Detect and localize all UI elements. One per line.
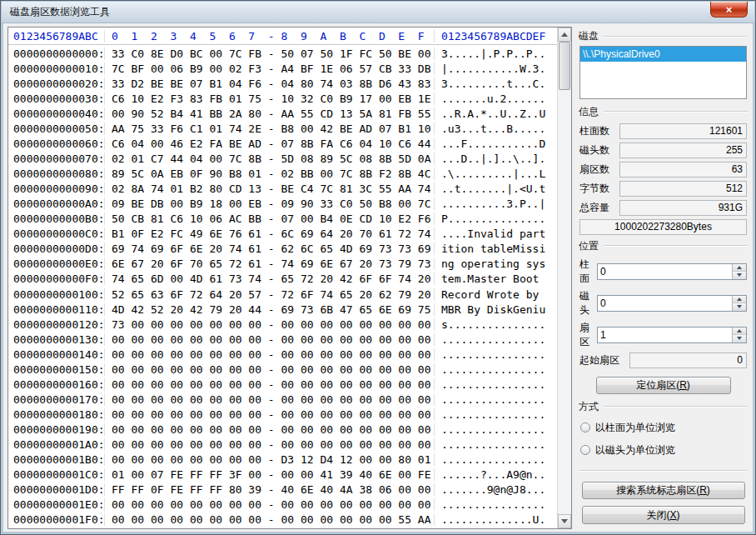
hex-row[interactable]: 0000000000070: 02 01 C7 44 04 00 7C 8B -… <box>8 151 557 166</box>
scrollbar-track[interactable] <box>558 42 571 514</box>
hex-row[interactable]: 00000000001E0: 00 00 00 00 00 00 00 00 -… <box>8 498 557 512</box>
close-button[interactable]: × <box>710 2 748 18</box>
hex-row[interactable]: 0000000000140: 00 00 00 00 00 00 00 00 -… <box>8 347 557 362</box>
hex-row[interactable]: 00000000000F0: 74 65 6D 00 4D 61 73 74 -… <box>8 272 557 287</box>
hex-row-offset: 0000000000010: <box>8 62 105 75</box>
hex-row-ascii: |...........W.3. <box>435 62 557 75</box>
hex-row[interactable]: 0000000000080: 89 5C 0A EB 0F 90 B8 01 -… <box>8 167 557 182</box>
cylinder-input[interactable] <box>598 264 732 279</box>
hex-row-bytes: 00 00 00 00 00 00 00 00 - 00 00 00 00 00… <box>105 393 435 406</box>
hex-row[interactable]: 00000000001F0: 00 00 00 00 00 00 00 00 -… <box>8 512 557 528</box>
hex-row-bytes: AA 75 33 F6 C1 01 74 2E - B8 00 42 BE AD… <box>105 122 435 135</box>
disk-list-item[interactable]: \\.\PhysicalDrive0 <box>580 47 746 62</box>
hex-row-bytes: 00 00 00 00 00 00 00 00 - 00 00 00 00 00… <box>105 333 435 346</box>
sector-spinedit[interactable] <box>597 327 747 343</box>
hex-row[interactable]: 0000000000190: 00 00 00 00 00 00 00 00 -… <box>8 422 557 438</box>
hex-row-bytes: 00 00 00 00 00 00 00 00 - 00 00 00 00 00… <box>105 438 435 451</box>
sectors-value: 63 <box>619 162 747 178</box>
hex-row-bytes: 00 00 00 00 00 00 00 00 - 00 00 00 00 00… <box>105 498 435 511</box>
cylinder-spinedit[interactable] <box>597 263 747 280</box>
hex-row[interactable]: 00000000001D0: FF FF 0F FE FF FF 80 39 -… <box>8 482 557 498</box>
hex-row-bytes: 09 BE DB 00 B9 18 00 EB - 09 90 33 C0 50… <box>105 198 435 210</box>
hex-row-ascii: ..........3.P..| <box>435 198 557 210</box>
hex-row-offset: 0000000000150: <box>8 363 105 376</box>
start-sector-row: 起始扇区 0 <box>579 352 747 368</box>
hex-row-ascii: ....Invalid part <box>435 228 557 240</box>
bytes-label: 字节数 <box>579 182 619 196</box>
hex-row[interactable]: 00000000001B0: 00 00 00 00 00 00 00 00 -… <box>8 452 557 468</box>
spin-down-button[interactable] <box>733 335 746 342</box>
hex-row[interactable]: 0000000000120: 73 00 00 00 00 00 00 00 -… <box>8 317 557 332</box>
close-dialog-button[interactable]: 关闭(X) <box>582 506 745 524</box>
hex-row-ascii: ......?...A9@n.. <box>435 468 557 481</box>
hex-row[interactable]: 0000000000100: 52 65 63 6F 72 64 20 57 -… <box>8 287 557 302</box>
hex-header: 0123456789ABC 0 1 2 3 4 5 6 7 - 8 9 A B … <box>8 28 557 45</box>
head-spinedit[interactable] <box>597 295 747 312</box>
scrollbar-thumb[interactable] <box>559 42 570 90</box>
hex-row[interactable]: 0000000000060: C6 04 00 46 E2 FA BE AD -… <box>8 136 557 151</box>
hex-row[interactable]: 0000000000090: 02 8A 74 01 B2 80 CD 13 -… <box>8 182 557 197</box>
spin-up-button[interactable] <box>733 328 746 336</box>
hex-row[interactable]: 0000000000170: 00 00 00 00 00 00 00 00 -… <box>8 392 557 407</box>
info-section-label: 信息 <box>579 105 600 119</box>
hex-row[interactable]: 0000000000130: 00 00 00 00 00 00 00 00 -… <box>8 332 557 347</box>
hex-row[interactable]: 00000000001A0: 00 00 00 00 00 00 00 00 -… <box>8 438 557 452</box>
hex-row[interactable]: 00000000001C0: 01 00 07 FE FF FF 3F 00 -… <box>8 468 557 482</box>
capacity-label: 总容量 <box>579 201 619 215</box>
heads-value: 255 <box>619 142 747 158</box>
scroll-down-button[interactable] <box>558 514 571 528</box>
hex-row[interactable]: 0000000000020: 33 D2 BE BE 07 B1 04 F6 -… <box>8 76 557 91</box>
hex-row[interactable]: 0000000000000: 33 C0 8E D0 BC 00 7C FB -… <box>8 46 557 61</box>
hex-row[interactable]: 0000000000150: 00 00 00 00 00 00 00 00 -… <box>8 362 557 377</box>
mode-option-by-cylinder[interactable]: 以柱面为单位浏览 <box>580 421 746 435</box>
locate-sector-button-label: 定位扇区( <box>636 378 679 392</box>
hex-row-offset: 00000000000C0: <box>8 228 105 240</box>
hex-row[interactable]: 0000000000180: 00 00 00 00 00 00 00 00 -… <box>8 408 557 422</box>
start-sector-label: 起始扇区 <box>579 353 629 368</box>
spin-down-button[interactable] <box>733 272 746 279</box>
radio-icon <box>580 422 590 432</box>
hex-row[interactable]: 0000000000110: 4D 42 52 20 42 79 20 44 -… <box>8 302 557 317</box>
hex-row-bytes: 00 00 00 00 00 00 00 00 - 00 00 00 00 00… <box>105 348 435 361</box>
hex-row[interactable]: 00000000000D0: 69 74 69 6F 6E 20 74 61 -… <box>8 242 557 257</box>
hex-row[interactable]: 0000000000010: 7C BF 00 06 B9 00 02 F3 -… <box>8 61 557 76</box>
spin-down-button[interactable] <box>733 303 746 311</box>
head-input[interactable] <box>598 296 732 311</box>
hex-row-ascii: P............... <box>435 212 557 225</box>
hex-row-bytes: 00 00 00 00 00 00 00 00 - 00 00 00 00 00… <box>105 513 435 526</box>
hex-row-ascii: tem.Master Boot <box>435 272 557 285</box>
hex-row-bytes: 50 CB 81 C6 10 06 AC BB - 07 00 B4 0E CD… <box>105 212 435 225</box>
position-section-header: 位置 <box>579 239 748 253</box>
hex-row[interactable]: 0000000000050: AA 75 33 F6 C1 01 74 2E -… <box>8 121 557 136</box>
search-system-flag-sector-button[interactable]: 搜索系统标志扇区(R) <box>582 482 745 500</box>
hex-row-bytes: 00 00 00 00 00 00 00 00 - 00 00 00 00 00… <box>105 363 435 376</box>
titlebar[interactable]: 磁盘扇区数据浏览工具 × <box>2 2 754 23</box>
locate-sector-button[interactable]: 定位扇区(R) <box>596 377 731 394</box>
spin-up-button[interactable] <box>733 264 746 272</box>
vertical-scrollbar[interactable] <box>557 28 571 528</box>
hex-header-ascii: 0123456789ABCDEF <box>435 30 557 42</box>
hex-row-ascii: Record Wrote by <box>435 288 557 301</box>
hex-viewer[interactable]: 0123456789ABC 0 1 2 3 4 5 6 7 - 8 9 A B … <box>7 27 572 529</box>
search-button-label: 搜索系统标志扇区( <box>616 483 699 498</box>
hex-row-offset: 0000000000000: <box>8 48 105 60</box>
close-dialog-accel: X <box>669 509 676 521</box>
spin-up-button[interactable] <box>733 296 746 304</box>
sector-input[interactable] <box>598 328 732 342</box>
scroll-up-button[interactable] <box>558 28 571 42</box>
hex-row[interactable]: 00000000000C0: B1 0F E2 FC 49 6E 76 61 -… <box>8 227 557 242</box>
hex-row-offset: 00000000001E0: <box>8 498 105 511</box>
hex-row[interactable]: 00000000000A0: 09 BE DB 00 B9 18 00 EB -… <box>8 197 557 212</box>
disk-listbox[interactable]: \\.\PhysicalDrive0 <box>579 46 747 99</box>
hex-row-offset: 0000000000090: <box>8 182 105 195</box>
hex-row[interactable]: 0000000000030: C6 10 E2 F3 83 FB 01 75 -… <box>8 91 557 106</box>
hex-row-offset: 0000000000120: <box>8 318 105 331</box>
mode-option-by-head[interactable]: 以磁头为单位浏览 <box>580 443 746 458</box>
hex-row-offset: 00000000000B0: <box>8 212 105 225</box>
hex-row[interactable]: 00000000000B0: 50 CB 81 C6 10 06 AC BB -… <box>8 212 557 227</box>
hex-row[interactable]: 00000000000E0: 6E 67 20 6F 70 65 72 61 -… <box>8 257 557 272</box>
hex-row-ascii: ................ <box>435 348 557 361</box>
hex-row[interactable]: 0000000000040: 00 90 52 B4 41 BB 2A 80 -… <box>8 106 557 121</box>
hex-row[interactable]: 0000000000160: 00 00 00 00 00 00 00 00 -… <box>8 377 557 392</box>
sector-spinner <box>732 328 746 342</box>
